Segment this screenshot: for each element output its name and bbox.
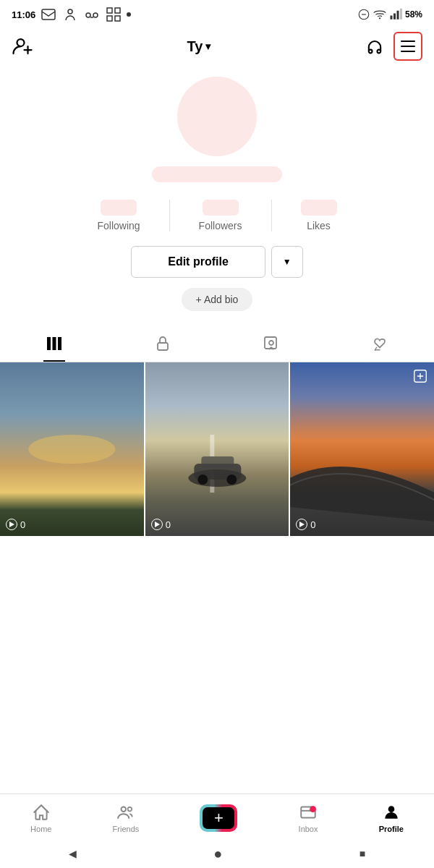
video-info-car: 0	[151, 519, 171, 530]
svg-point-40	[128, 807, 132, 811]
create-button[interactable]: +	[200, 804, 237, 832]
svg-rect-8	[115, 16, 120, 21]
play-triangle-beach	[9, 522, 14, 527]
stat-likes[interactable]: Likes	[272, 200, 366, 231]
battery: 58%	[405, 9, 422, 20]
stat-followers[interactable]: Followers	[170, 200, 272, 231]
signal-icon	[389, 8, 402, 21]
stat-following[interactable]: Following	[68, 200, 169, 231]
hamburger-line-1	[401, 41, 415, 42]
edit-profile-button[interactable]: Edit profile	[131, 246, 265, 278]
video-thumb-plane[interactable]: 0	[290, 362, 434, 536]
dnd-icon	[357, 8, 370, 21]
gmail-icon	[40, 6, 57, 23]
view-count-car: 0	[166, 519, 171, 530]
menu-button[interactable]	[393, 32, 422, 61]
status-right: 58%	[357, 8, 422, 21]
stats-row: Following Followers Likes	[0, 200, 434, 231]
nav-right	[365, 32, 422, 61]
sys-nav: ◀ ● ■	[0, 839, 434, 868]
wifi-icon	[373, 8, 386, 21]
top-nav: Ty ▾	[0, 26, 434, 69]
add-bio-button[interactable]: + Add bio	[182, 288, 253, 311]
following-count-placeholder	[101, 200, 137, 216]
svg-rect-14	[396, 11, 399, 20]
svg-point-43	[388, 806, 394, 812]
person-icon	[61, 6, 79, 23]
svg-rect-0	[42, 9, 55, 20]
profile-label: Profile	[379, 825, 404, 833]
svg-point-26	[269, 341, 273, 345]
nav-friends[interactable]: Friends	[113, 803, 140, 833]
tag-icon	[263, 335, 280, 352]
tab-liked[interactable]	[326, 326, 434, 362]
username-bar	[152, 166, 282, 182]
status-left: 11:06	[12, 6, 131, 23]
grid-icon	[105, 6, 122, 23]
svg-rect-7	[107, 16, 112, 21]
status-bar: 11:06	[0, 0, 434, 26]
play-triangle-car	[155, 522, 160, 527]
video-info-plane: 0	[296, 519, 315, 530]
inbox-icon	[299, 803, 318, 822]
add-friend-icon[interactable]	[12, 35, 33, 57]
svg-rect-22	[53, 337, 56, 350]
time: 11:06	[12, 9, 35, 20]
beach-overlay	[0, 362, 144, 536]
svg-point-39	[121, 807, 126, 812]
video-grid: 0 0	[0, 362, 434, 536]
svg-point-11	[379, 17, 380, 19]
heart-hand-icon	[370, 334, 389, 353]
svg-rect-6	[115, 8, 120, 13]
svg-rect-12	[390, 16, 392, 20]
video-bg-car	[145, 362, 289, 536]
back-button[interactable]: ◀	[69, 848, 77, 859]
svg-rect-34	[201, 456, 234, 468]
svg-rect-23	[58, 337, 61, 350]
recent-button[interactable]: ■	[359, 848, 365, 859]
home-button[interactable]: ●	[213, 846, 222, 862]
lock-icon	[154, 335, 171, 352]
svg-rect-24	[158, 343, 168, 350]
notification-dot	[127, 12, 131, 17]
upload-icon	[412, 368, 428, 387]
svg-rect-5	[107, 8, 112, 13]
username-nav[interactable]: Ty ▾	[187, 38, 211, 55]
view-count-beach: 0	[20, 519, 25, 530]
avatar	[177, 77, 257, 156]
svg-point-16	[17, 39, 25, 46]
hamburger-line-2	[401, 46, 415, 47]
svg-rect-15	[400, 9, 402, 20]
bottom-nav: Home Friends + Inbox Profile	[0, 793, 434, 839]
svg-point-35	[197, 475, 208, 485]
plus-inner: +	[203, 807, 234, 829]
edit-row: Edit profile ▼	[131, 246, 303, 278]
friends-label: Friends	[113, 825, 140, 833]
tab-private[interactable]	[109, 326, 217, 362]
followers-label: Followers	[199, 220, 242, 231]
tab-tagged[interactable]	[217, 326, 326, 362]
tab-videos[interactable]	[0, 326, 109, 362]
followers-count-placeholder	[203, 200, 239, 216]
voicemail-icon	[83, 6, 101, 23]
play-icon-beach	[6, 519, 17, 530]
play-icon-plane	[296, 519, 307, 530]
svg-point-3	[93, 13, 98, 17]
car-overlay	[145, 362, 289, 536]
svg-point-42	[310, 806, 316, 812]
video-thumb-beach[interactable]: 0	[0, 362, 144, 536]
home-icon	[32, 803, 51, 822]
inbox-label: Inbox	[299, 825, 318, 833]
eq-icon[interactable]	[365, 36, 385, 56]
home-label: Home	[30, 825, 51, 833]
nav-inbox[interactable]: Inbox	[299, 803, 318, 833]
nav-create[interactable]: +	[200, 804, 237, 832]
video-bg-plane	[290, 362, 434, 536]
nav-profile[interactable]: Profile	[379, 803, 404, 833]
svg-point-29	[28, 435, 115, 464]
video-thumb-car[interactable]: 0	[145, 362, 289, 536]
nav-home[interactable]: Home	[30, 803, 51, 833]
profile-section: Following Followers Likes Edit profile ▼…	[0, 69, 434, 311]
svg-rect-30	[210, 435, 214, 456]
dropdown-button[interactable]: ▼	[271, 246, 303, 278]
